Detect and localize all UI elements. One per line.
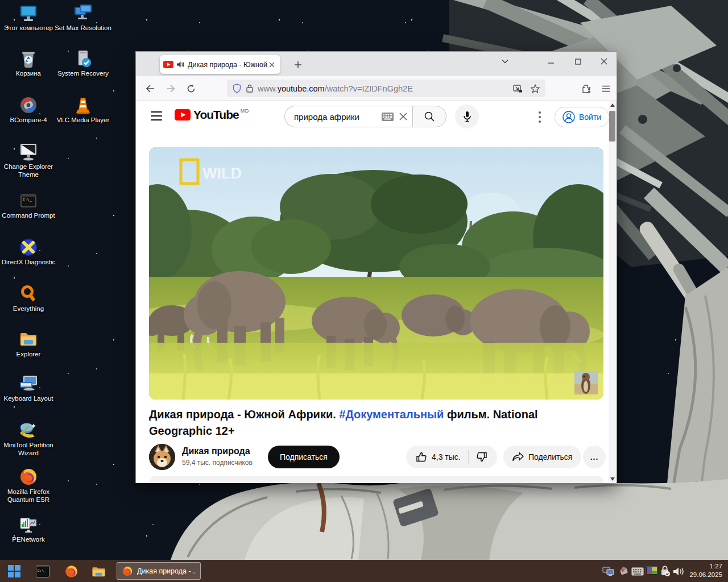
tray-security-lock-icon[interactable] xyxy=(659,564,672,578)
taskbar-cmd-button[interactable]: C:\_ xyxy=(35,564,50,579)
search-button[interactable] xyxy=(412,106,446,127)
share-arrow-icon xyxy=(512,452,524,462)
maximize-icon xyxy=(575,59,581,65)
desktop-icon-penetwork[interactable]: PENetwork xyxy=(0,515,57,544)
channel-subscribers: 59,4 тыс. подписчиков xyxy=(182,459,253,467)
lock-icon[interactable] xyxy=(246,84,253,93)
back-button[interactable] xyxy=(141,80,159,98)
desktop-icon-label: BCompare-4 xyxy=(10,117,47,124)
sign-in-label: Войти xyxy=(579,113,601,122)
like-button[interactable]: 4,3 тыс. xyxy=(408,451,468,463)
tray-usb-eject-icon[interactable] xyxy=(617,564,630,578)
new-tab-button[interactable] xyxy=(291,57,305,72)
tray-network-icon[interactable] xyxy=(602,564,615,578)
folder-icon xyxy=(19,330,38,349)
video-player[interactable]: WILD xyxy=(149,147,603,400)
minimize-icon xyxy=(548,58,555,65)
bookmark-star-button[interactable] xyxy=(531,84,540,93)
taskbar-explorer-button[interactable] xyxy=(91,564,106,579)
desktop-icon-label: Command Prompt xyxy=(2,212,55,220)
desktop-icon-label: Everything xyxy=(13,305,44,313)
forward-button[interactable] xyxy=(162,80,180,98)
list-all-tabs-button[interactable] xyxy=(495,53,515,70)
tray-volume-icon[interactable] xyxy=(672,564,685,578)
guide-menu-button[interactable] xyxy=(151,111,162,120)
reload-button[interactable] xyxy=(182,80,200,98)
extensions-button[interactable] xyxy=(577,80,595,98)
page-scrollbar[interactable] xyxy=(609,101,616,483)
desktop-icon-label: System Recovery xyxy=(57,70,109,78)
subscribe-button[interactable]: Подписаться xyxy=(268,446,340,468)
active-task-button[interactable]: Дикая природа - ... xyxy=(117,562,201,580)
desktop-icon-command-prompt[interactable]: C:\_ Command Prompt xyxy=(0,191,57,220)
desktop-icon-firefox[interactable]: Mozilla Firefox Quantum ESR xyxy=(0,467,57,504)
desktop-icon-vlc[interactable]: VLC Media Player xyxy=(55,95,111,124)
window-minimize-button[interactable] xyxy=(541,53,561,70)
recycle-bin-icon xyxy=(19,49,38,68)
firefox-icon xyxy=(19,467,38,487)
hashtag-link[interactable]: #Документальный xyxy=(339,408,444,421)
desktop-icon-system-recovery[interactable]: System Recovery xyxy=(55,49,111,78)
desktop-icon-label: Set Max Resolution xyxy=(55,24,111,32)
desktop-icon-directx[interactable]: DirectX Diagnostic xyxy=(0,238,57,267)
desktop-icon-label: MiniTool Partition Wizard xyxy=(0,442,57,457)
folder-icon xyxy=(92,566,106,577)
channel-avatar[interactable] xyxy=(149,444,175,470)
desktop-icon-label: Keyboard Layout xyxy=(4,395,53,403)
tab-audio-icon[interactable] xyxy=(176,61,184,68)
theme-monitor-icon xyxy=(19,142,38,161)
desktop-icon-keyboard-layout[interactable]: Keyboard Layout xyxy=(0,374,57,403)
video-thumbnail-overlay[interactable] xyxy=(574,371,598,394)
dual-monitor-icon xyxy=(73,3,93,23)
desktop-icon-explorer[interactable]: Explorer xyxy=(0,330,57,359)
desktop-icon-change-explorer-theme[interactable]: Change Explorer Theme xyxy=(0,142,57,178)
desktop-icon-bcompare[interactable]: BCompare-4 xyxy=(0,95,57,124)
youtube-logo[interactable]: YouTube MD xyxy=(175,109,249,120)
window-maximize-button[interactable] xyxy=(568,53,588,70)
search-input[interactable] xyxy=(294,112,382,122)
desktop-icon-recycle-bin[interactable]: Корзина xyxy=(0,49,57,78)
browser-tab[interactable]: Дикая природа - Южной А xyxy=(160,55,280,74)
app-menu-button[interactable] xyxy=(597,80,615,98)
window-close-button[interactable] xyxy=(594,53,614,70)
desktop-icon-everything[interactable]: Everything xyxy=(0,284,57,313)
reload-icon xyxy=(187,84,196,93)
voice-search-button[interactable] xyxy=(455,105,479,128)
like-dislike-pill: 4,3 тыс. xyxy=(406,446,497,468)
desktop-icon-minitool[interactable]: MiniTool Partition Wizard xyxy=(0,421,57,457)
plus-icon xyxy=(294,61,302,69)
chevron-down-icon xyxy=(502,59,508,64)
search-clear-icon[interactable] xyxy=(399,112,408,121)
more-actions-button[interactable]: ... xyxy=(583,446,606,468)
tab-title: Дикая природа - Южной А xyxy=(188,61,267,69)
dislike-button[interactable] xyxy=(469,451,495,463)
desktop-icon-this-pc[interactable]: Этот компьютер xyxy=(0,3,57,32)
settings-kebab-button[interactable] xyxy=(534,110,545,124)
computer-icon xyxy=(19,3,38,23)
taskbar-firefox-button[interactable] xyxy=(64,564,78,579)
start-button[interactable] xyxy=(7,564,22,579)
scroll-down-arrow[interactable] xyxy=(609,475,616,483)
star-icon xyxy=(531,84,540,93)
youtube-country-badge: MD xyxy=(241,108,249,114)
search-box[interactable] xyxy=(284,106,412,127)
channel-name[interactable]: Дикая природа xyxy=(182,446,250,456)
tracking-shield-icon[interactable] xyxy=(233,84,241,93)
picture-in-picture-button[interactable] xyxy=(513,85,523,93)
scrollbar-thumb[interactable] xyxy=(609,111,615,142)
keyboard-icon[interactable] xyxy=(382,113,394,121)
url-text[interactable]: www.youtube.com/watch?v=IZIDFnGgh2E xyxy=(258,84,513,93)
sign-in-button[interactable]: Войти xyxy=(555,107,609,127)
partition-wizard-icon xyxy=(19,421,38,440)
desktop-icon-set-max-resolution[interactable]: Set Max Resolution xyxy=(55,3,111,32)
like-count: 4,3 тыс. xyxy=(432,452,461,462)
video-frame: WILD xyxy=(149,147,603,400)
tray-keyboard-icon[interactable] xyxy=(631,564,644,578)
tray-display-color-icon[interactable] xyxy=(645,564,659,578)
description-box[interactable] xyxy=(149,476,603,483)
tab-close-icon[interactable] xyxy=(267,60,277,70)
taskbar-clock[interactable]: 1:27 29.06.2025 xyxy=(689,562,722,579)
scroll-up-arrow[interactable] xyxy=(609,101,616,109)
share-button[interactable]: Поделиться xyxy=(503,446,581,468)
address-bar[interactable]: www.youtube.com/watch?v=IZIDFnGgh2E xyxy=(227,80,545,97)
